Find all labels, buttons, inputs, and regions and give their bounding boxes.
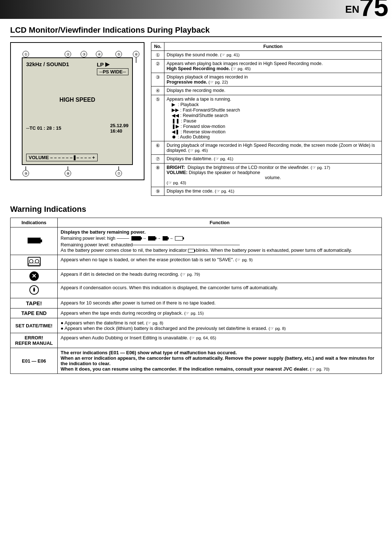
lcd-section: ① ② ③ ④ ⑤ ⑥ ⑨ ⑧ ⑦ [10, 42, 382, 196]
bat-full [131, 236, 141, 241]
table-row: ④ Displays the recording mode. [151, 86, 382, 95]
func-7: Displays the date/time. (☞ pg. 41) [164, 155, 382, 164]
tape-end-label: TAPE END [21, 310, 47, 316]
lcd-lp-label: LP [97, 61, 104, 68]
func-6: During playback of image recorded in Hig… [164, 141, 382, 155]
lcd-tc-label: ─TC 01 : 28 : 15 [26, 125, 61, 131]
tape-function: Appears for 10 seconds after power is tu… [58, 298, 382, 308]
battery-function: Displays the battery remaining power. Re… [58, 227, 382, 255]
tape-cassette-icon [28, 257, 41, 266]
table-row: ① Displays the sound mode. (☞ pg. 41) [151, 51, 382, 60]
no-6: ⑥ [151, 141, 164, 155]
error-function: Appears when Audio Dubbing or Insert Edi… [58, 333, 382, 348]
tape-end-indication: TAPE END [11, 308, 58, 318]
lcd-volume-area: VOLUME – – – – – –❚– – – – + [26, 154, 128, 161]
lcd-section-title: LCD Monitor/Viewfinder Indications Durin… [10, 25, 382, 37]
table-row: ⑦ Displays the date/time. (☞ pg. 41) [151, 155, 382, 164]
func-8: BRIGHT: Displays the brightness of the L… [164, 164, 382, 187]
callout-5: ⑤ [115, 51, 122, 57]
table-row: ② Appears when playing back images recor… [151, 60, 382, 73]
lcd-date-area: 25.12.99 16:40 [110, 123, 128, 134]
main-content: LCD Monitor/Viewfinder Indications Durin… [0, 19, 392, 381]
lcd-screen: 32kHz / SOUND1 LP ▶ ─PS WIDE─ HIGH SPEED [22, 57, 133, 165]
callout-8: ⑧ [65, 170, 71, 177]
tape-text-indication: TAPE! [11, 298, 58, 308]
e01-e06-label: E01 — E06 [22, 358, 46, 364]
page-number: 75 [359, 0, 388, 19]
warning-table: Indications Function Displays the batter… [10, 218, 382, 374]
error-indication: ERROR!REFER MANUAL [11, 333, 58, 348]
no-4: ④ [151, 86, 164, 95]
x-circle-icon: ✕ [29, 271, 39, 281]
th-no: No. [151, 43, 164, 51]
tape-end-function: Appears when the tape ends during record… [58, 308, 382, 318]
th-function: Function [164, 43, 382, 51]
warning-row-condensation: Appears if condensation occurs. When thi… [11, 283, 382, 298]
table-row: ⑤ Appears while a tape is running. ▶ : P… [151, 95, 382, 141]
lcd-diagram: ① ② ③ ④ ⑤ ⑥ ⑨ ⑧ ⑦ [10, 42, 144, 180]
warning-row-e01-e06: E01 — E06 The error indications (E01 — E… [11, 348, 382, 374]
table-row: ③ Displays playback of images recorded i… [151, 73, 382, 86]
func-9: Displays the time code. (☞ pg. 41) [164, 187, 382, 196]
warning-row-tape: TAPE! Appears for 10 seconds after power… [11, 298, 382, 308]
svg-point-11 [35, 259, 39, 263]
e01-e06-indication: E01 — E06 [11, 348, 58, 374]
table-row: ⑥ During playback of image recorded in H… [151, 141, 382, 155]
svg-rect-12 [29, 263, 40, 265]
warning-row-tape-end: TAPE END Appears when the tape ends duri… [11, 308, 382, 318]
callout-2: ② [65, 51, 71, 57]
warning-row-tape-cassette: Appears when no tape is loaded, or when … [11, 255, 382, 270]
lcd-lp-area: LP ▶ ─PS WIDE─ [97, 61, 128, 75]
no-1: ① [151, 51, 164, 60]
no-5: ⑤ [151, 95, 164, 141]
func-2: Appears when playing back images recorde… [164, 60, 382, 73]
warning-row-set-date-time: SET DATE/TIME! ● Appears when the date/t… [11, 318, 382, 333]
no-7: ⑦ [151, 155, 164, 164]
lcd-play-symbol: ▶ [105, 61, 110, 68]
warning-row-battery: Displays the battery remaining power. Re… [11, 227, 382, 255]
warning-section-title: Warning Indications [10, 205, 382, 214]
func-5: Appears while a tape is running. ▶ : Pla… [164, 95, 382, 141]
lcd-volume-label: VOLUME – – – – – –❚– – – – + [26, 154, 98, 161]
no-9: ⑨ [151, 187, 164, 196]
lcd-date-label: 25.12.99 [110, 123, 128, 128]
en-label: EN [345, 4, 359, 15]
dirt-function: Appears if dirt is detected on the heads… [58, 270, 382, 283]
function-table-wrapper: No. Function ① Displays the sound mode. … [151, 42, 382, 196]
callout-6: ⑥ [133, 51, 139, 57]
table-row: ⑨ Displays the time code. (☞ pg. 41) [151, 187, 382, 196]
battery-full-icon [28, 238, 41, 243]
bat-one-third [163, 236, 168, 241]
battery-indication [11, 227, 58, 255]
th-function-warn: Function [58, 218, 382, 227]
func-3: Displays playback of images recorded in … [164, 73, 382, 86]
lcd-lp-line: LP ▶ [97, 61, 110, 68]
bat-two-thirds [148, 236, 155, 241]
set-date-time-function: ● Appears when the date/time is not set.… [58, 318, 382, 333]
battery-level-diagram: Remaining power level: high ──── → → [61, 236, 379, 241]
lcd-ps-wide: ─PS WIDE─ [97, 68, 128, 75]
no-3: ③ [151, 73, 164, 86]
lcd-time-label: 16:40 [110, 128, 128, 134]
condensation-indication [11, 283, 58, 298]
lcd-tc-area: ─TC 01 : 28 : 15 [26, 125, 61, 131]
tape-label: TAPE! [26, 300, 42, 306]
dirt-indication: ✕ [11, 270, 58, 283]
condensation-function: Appears if condensation occurs. When thi… [58, 283, 382, 298]
set-date-time-label: SET DATE/TIME! [15, 323, 52, 328]
page-header: EN 75 [0, 0, 392, 19]
lcd-top-row: 32kHz / SOUND1 LP ▶ ─PS WIDE─ [26, 61, 128, 75]
func-1: Displays the sound mode. (☞ pg. 41) [164, 51, 382, 60]
set-date-time-indication: SET DATE/TIME! [11, 318, 58, 333]
tape-cassette-function: Appears when no tape is loaded, or when … [58, 255, 382, 270]
callout-4: ④ [96, 51, 102, 57]
table-row: ⑧ BRIGHT: Displays the brightness of the… [151, 164, 382, 187]
no-8: ⑧ [151, 164, 164, 187]
no-2: ② [151, 60, 164, 73]
tape-cassette-indication [11, 255, 58, 270]
callout-1: ① [23, 51, 29, 57]
function-table: No. Function ① Displays the sound mode. … [151, 42, 382, 196]
func-4: Displays the recording mode. [164, 86, 382, 95]
warning-row-dirt: ✕ Appears if dirt is detected on the hea… [11, 270, 382, 283]
lcd-high-speed: HIGH SPEED [26, 97, 128, 103]
